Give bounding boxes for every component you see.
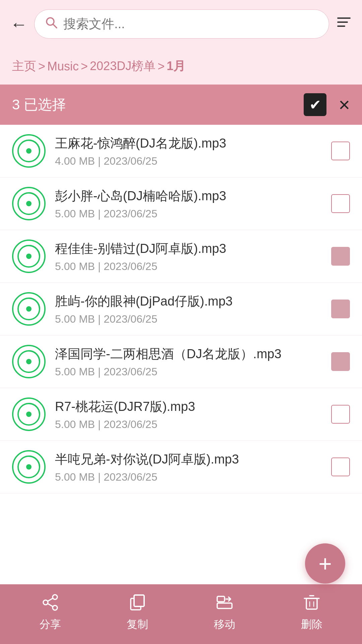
list-item[interactable]: 半吨兄弟-对你说(DJ阿卓版).mp3 5.00 MB | 2023/06/25 (0, 441, 362, 493)
svg-rect-35 (217, 603, 232, 608)
breadcrumb-2023dj[interactable]: 2023DJ榜单 (90, 58, 156, 74)
delete-label: 删除 (301, 617, 322, 632)
file-info: 半吨兄弟-对你说(DJ阿卓版).mp3 5.00 MB | 2023/06/25 (55, 450, 322, 483)
search-input-wrap (34, 9, 329, 39)
svg-line-29 (48, 598, 53, 601)
svg-point-16 (26, 306, 32, 312)
list-item[interactable]: 王麻花-惊鸿醉(DJ名龙版).mp3 4.00 MB | 2023/06/25 (0, 125, 362, 177)
file-info: R7-桃花运(DJR7版).mp3 5.00 MB | 2023/06/25 (55, 398, 322, 431)
breadcrumb-home[interactable]: 主页 (12, 58, 36, 74)
svg-point-19 (26, 359, 32, 364)
file-name: 王麻花-惊鸿醉(DJ名龙版).mp3 (55, 135, 322, 152)
move-label: 移动 (214, 617, 235, 632)
file-meta: 5.00 MB | 2023/06/25 (55, 418, 322, 431)
selection-bar: 3 已选择 × (0, 85, 362, 125)
svg-line-30 (48, 604, 53, 606)
file-name: 胜屿-你的眼神(DjPad仔版).mp3 (55, 292, 322, 310)
file-meta: 5.00 MB | 2023/06/25 (55, 260, 322, 273)
file-name: 程佳佳-别错过(DJ阿卓版).mp3 (55, 240, 322, 258)
file-info: 程佳佳-别错过(DJ阿卓版).mp3 5.00 MB | 2023/06/25 (55, 240, 322, 273)
selection-actions: × (304, 93, 350, 116)
svg-rect-32 (134, 595, 144, 606)
svg-point-7 (26, 148, 32, 154)
move-icon (216, 594, 233, 614)
file-checkbox[interactable] (331, 300, 350, 318)
bottom-toolbar: 分享 复制 移动 (0, 584, 362, 644)
file-info: 胜屿-你的眼神(DjPad仔版).mp3 5.00 MB | 2023/06/2… (55, 292, 322, 325)
share-icon (42, 594, 59, 614)
svg-point-13 (26, 254, 32, 259)
list-item[interactable]: 泽国同学-二两相思酒（DJ名龙版）.mp3 5.00 MB | 2023/06/… (0, 335, 362, 388)
list-item[interactable]: 胜屿-你的眼神(DjPad仔版).mp3 5.00 MB | 2023/06/2… (0, 283, 362, 335)
svg-rect-34 (217, 596, 225, 602)
share-label: 分享 (40, 617, 61, 632)
svg-point-25 (26, 464, 32, 470)
selection-count: 3 已选择 (12, 95, 66, 114)
copy-icon (129, 594, 146, 614)
file-checkbox[interactable] (331, 405, 350, 424)
list-item[interactable]: 程佳佳-别错过(DJ阿卓版).mp3 5.00 MB | 2023/06/25 (0, 230, 362, 283)
music-file-icon (12, 187, 46, 220)
fab-plus-icon: + (318, 552, 332, 575)
file-checkbox[interactable] (331, 142, 350, 160)
fab-add-button[interactable]: + (305, 543, 345, 584)
music-file-icon (12, 134, 46, 168)
file-meta: 4.00 MB | 2023/06/25 (55, 155, 322, 167)
file-checkbox[interactable] (331, 458, 350, 476)
delete-icon (303, 594, 320, 614)
file-name: 泽国同学-二两相思酒（DJ名龙版）.mp3 (55, 345, 322, 363)
search-icon (45, 16, 58, 32)
file-checkbox[interactable] (331, 352, 350, 371)
file-name: 半吨兄弟-对你说(DJ阿卓版).mp3 (55, 450, 322, 468)
music-file-icon (12, 450, 46, 484)
select-all-button[interactable] (304, 93, 326, 116)
svg-line-1 (53, 24, 57, 28)
breadcrumb-music[interactable]: Music (47, 59, 79, 73)
file-meta: 5.00 MB | 2023/06/25 (55, 471, 322, 483)
deselect-button[interactable]: × (339, 95, 350, 114)
list-item[interactable]: R7-桃花运(DJR7版).mp3 5.00 MB | 2023/06/25 (0, 388, 362, 441)
back-button[interactable]: ← (10, 15, 27, 33)
svg-point-22 (26, 412, 32, 417)
file-checkbox[interactable] (331, 247, 350, 266)
music-file-icon (12, 397, 46, 431)
breadcrumb-current: 1月 (167, 58, 185, 74)
svg-point-26 (53, 595, 57, 599)
list-item[interactable]: 彭小胖-心岛(DJ楠哈哈版).mp3 5.00 MB | 2023/06/25 (0, 177, 362, 230)
svg-point-28 (53, 605, 57, 610)
file-checkbox[interactable] (331, 194, 350, 213)
music-file-icon (12, 345, 46, 378)
svg-point-27 (43, 600, 48, 605)
file-name: R7-桃花运(DJR7版).mp3 (55, 398, 322, 416)
svg-rect-36 (306, 598, 317, 609)
music-file-icon (12, 292, 46, 326)
file-info: 泽国同学-二两相思酒（DJ名龙版）.mp3 5.00 MB | 2023/06/… (55, 345, 322, 378)
svg-point-10 (26, 201, 32, 206)
search-bar: ← (0, 0, 362, 48)
share-button[interactable]: 分享 (40, 594, 61, 632)
file-meta: 5.00 MB | 2023/06/25 (55, 366, 322, 378)
breadcrumb: 主页 > Music > 2023DJ榜单 > 1月 (0, 48, 362, 85)
file-info: 王麻花-惊鸿醉(DJ名龙版).mp3 4.00 MB | 2023/06/25 (55, 135, 322, 167)
sort-icon[interactable] (336, 14, 352, 34)
music-file-icon (12, 239, 46, 273)
file-info: 彭小胖-心岛(DJ楠哈哈版).mp3 5.00 MB | 2023/06/25 (55, 187, 322, 220)
delete-button[interactable]: 删除 (301, 594, 322, 632)
copy-button[interactable]: 复制 (127, 594, 148, 632)
file-meta: 5.00 MB | 2023/06/25 (55, 208, 322, 220)
file-meta: 5.00 MB | 2023/06/25 (55, 313, 322, 325)
copy-label: 复制 (127, 617, 148, 632)
file-name: 彭小胖-心岛(DJ楠哈哈版).mp3 (55, 187, 322, 205)
search-input[interactable] (63, 17, 319, 31)
move-button[interactable]: 移动 (214, 594, 235, 632)
